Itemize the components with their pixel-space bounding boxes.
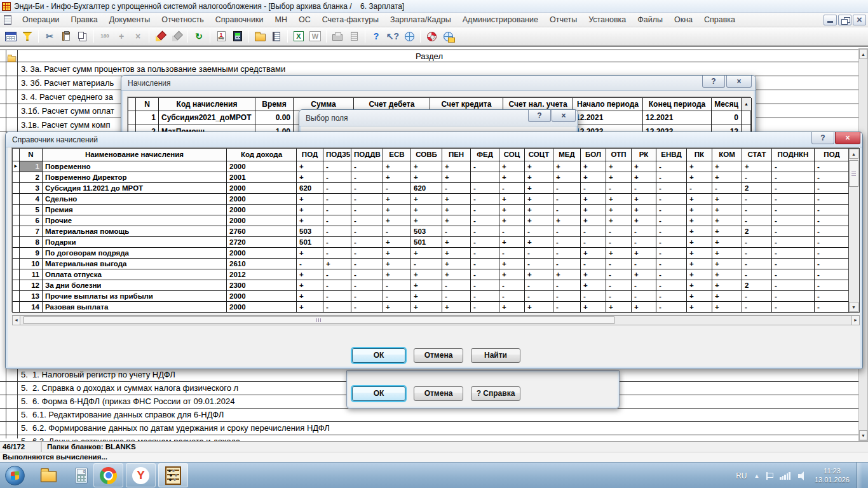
cell[interactable]: - bbox=[742, 215, 772, 226]
cell[interactable] bbox=[742, 111, 752, 125]
taskbar-calculator[interactable] bbox=[72, 466, 91, 485]
cell[interactable]: + bbox=[499, 302, 525, 313]
cell[interactable]: Конец периода bbox=[643, 98, 712, 111]
cell[interactable]: - bbox=[442, 183, 471, 194]
cell[interactable] bbox=[13, 302, 20, 313]
cell[interactable]: + bbox=[581, 161, 606, 172]
window-titlebar[interactable]: Выбор поля ? × bbox=[299, 110, 578, 126]
cell[interactable]: - bbox=[351, 194, 383, 205]
cell[interactable]: ПОДДВ bbox=[351, 149, 383, 161]
cell[interactable]: Субсидия 11.2021 до МРОТ bbox=[43, 183, 227, 194]
cell[interactable]: - bbox=[815, 215, 850, 226]
table-row[interactable]: 12За дни болезни2300+---+-----+---++2-- bbox=[13, 280, 859, 291]
cell[interactable]: - bbox=[471, 183, 499, 194]
cell[interactable]: + bbox=[383, 194, 411, 205]
cell[interactable] bbox=[128, 111, 136, 125]
cell[interactable] bbox=[13, 226, 20, 237]
cell[interactable]: 10 bbox=[20, 259, 43, 269]
cell[interactable]: + bbox=[632, 302, 656, 313]
cell[interactable]: - bbox=[712, 183, 742, 194]
cell[interactable] bbox=[471, 172, 499, 183]
cell[interactable]: + bbox=[411, 172, 442, 183]
cell[interactable]: + bbox=[581, 269, 606, 280]
cell[interactable]: - bbox=[815, 302, 850, 313]
cell[interactable]: + bbox=[411, 280, 442, 291]
cell[interactable]: + bbox=[687, 194, 712, 205]
cell[interactable]: N bbox=[136, 98, 159, 111]
cell[interactable]: - bbox=[471, 248, 499, 259]
cell[interactable]: 2610 bbox=[227, 259, 297, 269]
cell[interactable]: - bbox=[772, 226, 815, 237]
cell[interactable]: - bbox=[656, 248, 687, 259]
cell[interactable]: ПОД35 bbox=[323, 149, 351, 161]
cell[interactable]: N bbox=[20, 149, 43, 161]
cell[interactable]: - bbox=[553, 248, 581, 259]
cell[interactable]: 6 bbox=[20, 215, 43, 226]
cell[interactable]: 12.2021 bbox=[643, 111, 712, 125]
cell[interactable]: - bbox=[323, 205, 351, 215]
cell[interactable]: - bbox=[581, 259, 606, 269]
cell[interactable]: + bbox=[442, 205, 471, 215]
menu-item-6[interactable]: МН bbox=[269, 13, 292, 26]
cell[interactable]: СОЦТ bbox=[525, 149, 553, 161]
context-help-icon[interactable]: ↖? bbox=[384, 29, 401, 44]
cell[interactable]: + bbox=[297, 172, 323, 183]
cell[interactable]: СОВБ bbox=[411, 149, 442, 161]
cell[interactable]: + bbox=[442, 172, 471, 183]
horizontal-scrollbar[interactable]: ◄ ► bbox=[12, 315, 860, 325]
cell[interactable]: - bbox=[323, 237, 351, 248]
scroll-right-icon[interactable]: ► bbox=[851, 315, 860, 325]
cell[interactable]: БОЛ bbox=[581, 149, 606, 161]
cell[interactable]: - bbox=[351, 280, 383, 291]
cell[interactable]: + bbox=[297, 215, 323, 226]
cell[interactable]: + bbox=[442, 161, 471, 172]
scrollbar-thumb[interactable] bbox=[849, 160, 858, 187]
cell[interactable]: 2000 bbox=[227, 302, 297, 313]
cell[interactable]: - bbox=[656, 183, 687, 194]
cell[interactable]: + bbox=[499, 172, 525, 183]
cell[interactable]: - bbox=[656, 205, 687, 215]
cell[interactable]: + bbox=[442, 194, 471, 205]
cell[interactable]: + bbox=[499, 237, 525, 248]
cell[interactable]: ПОД bbox=[297, 149, 323, 161]
cell[interactable]: Подарки bbox=[43, 237, 227, 248]
cell[interactable]: - bbox=[499, 248, 525, 259]
cell[interactable]: + bbox=[383, 259, 411, 269]
cell[interactable]: 503 bbox=[297, 226, 323, 237]
cell[interactable]: + bbox=[632, 194, 656, 205]
cell[interactable]: + bbox=[383, 205, 411, 215]
cell[interactable]: - bbox=[471, 226, 499, 237]
cell[interactable]: - bbox=[815, 172, 850, 183]
cell[interactable]: + bbox=[297, 269, 323, 280]
cell[interactable] bbox=[13, 237, 20, 248]
cell[interactable]: - bbox=[815, 280, 850, 291]
menu-item-10[interactable]: Администрирование bbox=[457, 13, 544, 26]
cell[interactable]: + bbox=[525, 269, 553, 280]
cell[interactable]: + bbox=[581, 172, 606, 183]
cell[interactable]: 620 bbox=[297, 183, 323, 194]
cell[interactable]: + bbox=[442, 259, 471, 269]
cell[interactable]: + bbox=[581, 302, 606, 313]
table-row[interactable]: 7Материальная помощь2760503---503-------… bbox=[13, 226, 859, 237]
cell[interactable]: + bbox=[525, 183, 553, 194]
calculator-icon[interactable] bbox=[229, 29, 246, 44]
cell[interactable]: - bbox=[442, 226, 471, 237]
cell[interactable]: + bbox=[383, 302, 411, 313]
table-row[interactable]: 8Подарки2720501--+501+-++-----++--- bbox=[13, 237, 859, 248]
cell[interactable]: + bbox=[411, 269, 442, 280]
cell[interactable]: + bbox=[712, 291, 742, 302]
cell[interactable]: + bbox=[687, 280, 712, 291]
paste-icon[interactable] bbox=[58, 29, 74, 44]
cell[interactable]: - bbox=[383, 280, 411, 291]
cell[interactable]: - bbox=[656, 269, 687, 280]
cell[interactable]: - bbox=[351, 302, 383, 313]
window-titlebar[interactable]: Справочник начислений ? × bbox=[6, 132, 862, 147]
cell[interactable]: - bbox=[606, 237, 632, 248]
menu-item-9[interactable]: Зарплата/Кадры bbox=[384, 13, 457, 26]
cell[interactable]: - bbox=[525, 226, 553, 237]
cell[interactable]: 1 bbox=[136, 111, 159, 125]
cell[interactable]: 2 bbox=[742, 226, 772, 237]
cell[interactable] bbox=[13, 269, 20, 280]
cell[interactable]: + bbox=[606, 161, 632, 172]
cell[interactable]: Повременно Директор bbox=[43, 172, 227, 183]
